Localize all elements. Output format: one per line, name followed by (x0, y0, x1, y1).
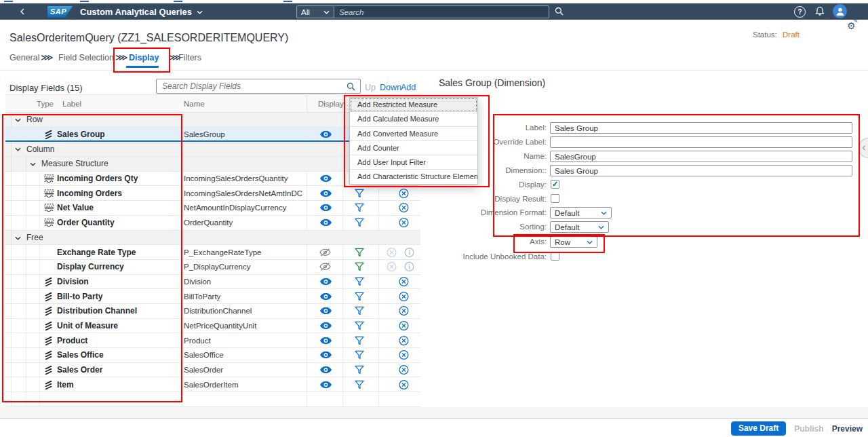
decline-icon[interactable] (399, 291, 409, 301)
filter-icon[interactable] (355, 218, 364, 227)
table-row[interactable]: Distribution Channel DistributionChannel (5, 304, 420, 319)
adapt-ui-gear-pencil-icon[interactable]: ⚙✎ (847, 20, 856, 31)
table-row[interactable]: Sales Office SalesOffice (5, 348, 420, 363)
table-row[interactable]: Bill-to Party BillToParty (5, 289, 420, 304)
move-down-link[interactable]: Down (380, 83, 401, 92)
dimension-icon (44, 291, 53, 301)
table-row[interactable]: Order Quantity OrderQuantity (5, 216, 420, 231)
avatar[interactable] (833, 4, 847, 18)
search-scope-select[interactable]: All (296, 5, 334, 18)
eye-icon[interactable] (320, 189, 332, 197)
eye-icon[interactable] (320, 219, 332, 227)
filter-icon[interactable] (355, 350, 364, 360)
menu-item-add-restricted-measure[interactable]: Add Restricted Measure (350, 98, 477, 112)
display-checkbox[interactable] (551, 180, 559, 189)
filter-icon[interactable] (355, 365, 364, 375)
table-row[interactable]: Unit of Measure NetPriceQuantityUnit (5, 319, 420, 334)
include-unbooked-checkbox[interactable] (551, 252, 559, 261)
preview-button[interactable]: Preview (832, 424, 863, 434)
search-icon[interactable] (555, 7, 564, 16)
app-root: SAP Custom Analytical Queries All ? Sale… (0, 0, 868, 437)
filter-icon[interactable] (355, 306, 364, 316)
axis-select[interactable]: Row (550, 236, 597, 248)
decline-icon[interactable] (399, 320, 409, 330)
menu-item-add-characteristic-structure-element[interactable]: Add Characteristic Structure Element (350, 170, 477, 183)
eye-icon[interactable] (320, 381, 332, 388)
help-icon[interactable]: ? (794, 6, 806, 18)
chevron-down-icon[interactable] (15, 236, 21, 240)
dimension-format-select[interactable]: Default (550, 207, 612, 218)
tab-general[interactable]: General (9, 53, 39, 62)
menu-item-add-counter[interactable]: Add Counter (350, 141, 477, 155)
eye-icon[interactable] (320, 292, 332, 300)
eye-icon[interactable] (320, 352, 332, 359)
add-menu-button[interactable]: Add (401, 83, 416, 92)
eye-icon[interactable] (320, 322, 332, 329)
decline-icon[interactable] (399, 379, 409, 390)
menu-item-add-user-input-filter[interactable]: Add User Input Filter (350, 155, 477, 170)
field-label: Display Currency (57, 262, 124, 271)
chevron-down-icon[interactable] (30, 162, 36, 166)
tab-filters[interactable]: Filters (178, 53, 201, 62)
display-result-checkbox[interactable] (551, 194, 559, 203)
table-row[interactable]: Item SalesOrderItem (5, 377, 420, 392)
filter-icon[interactable] (355, 380, 364, 390)
eye-icon[interactable] (320, 175, 332, 183)
table-row[interactable]: Display Currency P_DisplayCurrency (5, 260, 420, 275)
app-title-menu[interactable]: Custom Analytical Queries (80, 7, 203, 17)
eye-off-icon[interactable] (319, 248, 331, 256)
column-header-type: Type (37, 100, 54, 108)
filter-icon[interactable] (355, 248, 364, 257)
table-row[interactable]: Sales Order SalesOrder (5, 363, 420, 378)
sorting-select[interactable]: Default (550, 221, 609, 233)
decline-icon[interactable] (399, 306, 409, 316)
eye-icon[interactable] (320, 366, 332, 374)
eye-icon[interactable] (320, 278, 332, 285)
eye-off-icon[interactable] (319, 263, 331, 271)
search-icon[interactable] (347, 82, 355, 91)
decline-icon[interactable] (399, 276, 409, 286)
field-label: Incoming Orders Qty (57, 174, 138, 183)
save-draft-button[interactable]: Save Draft (731, 421, 786, 436)
decline-icon[interactable] (399, 350, 409, 360)
label-input[interactable] (550, 122, 852, 134)
filter-icon[interactable] (355, 189, 364, 198)
table-row[interactable]: Product Product (5, 333, 420, 348)
decline-icon[interactable] (399, 335, 409, 345)
table-row[interactable]: Incoming Orders IncomingSalesOrdersNetAm… (5, 186, 420, 201)
filter-icon[interactable] (355, 277, 364, 286)
table-row[interactable]: Division Division (5, 275, 420, 290)
chevron-down-icon[interactable] (15, 147, 21, 151)
tab-display[interactable]: Display (129, 53, 159, 62)
shell-search-input[interactable] (334, 5, 549, 18)
override-label-input[interactable] (550, 136, 852, 148)
move-up-link[interactable]: Up (365, 83, 376, 92)
panel-resize-handle[interactable] (859, 138, 868, 158)
back-icon[interactable] (19, 7, 26, 16)
tab-field-selection[interactable]: Field Selection (58, 53, 114, 62)
eye-icon[interactable] (320, 204, 332, 212)
field-label: Exchange Rate Type (57, 248, 136, 257)
filter-icon[interactable] (355, 321, 364, 330)
sap-logo[interactable]: SAP (47, 6, 73, 18)
decline-icon[interactable] (399, 365, 409, 375)
table-row[interactable]: Exchange Rate Type P_ExchangeRateType (5, 245, 420, 260)
table-row[interactable]: Net Value NetAmountInDisplayCurrency (5, 201, 420, 216)
filter-icon[interactable] (355, 292, 364, 301)
eye-icon[interactable] (320, 337, 332, 344)
menu-item-add-converted-measure[interactable]: Add Converted Measure (350, 127, 477, 141)
info-icon[interactable] (404, 262, 414, 272)
filter-icon[interactable] (355, 262, 364, 271)
dimension-input[interactable] (550, 165, 852, 176)
filter-icon[interactable] (355, 336, 364, 345)
chevron-down-icon[interactable] (15, 118, 21, 122)
name-input[interactable] (550, 151, 852, 162)
filter-icon[interactable] (355, 203, 364, 212)
eye-icon[interactable] (320, 130, 332, 138)
menu-item-add-calculated-measure[interactable]: Add Calculated Measure (350, 112, 477, 126)
group-row[interactable]: Free (5, 231, 420, 246)
bell-icon[interactable] (815, 6, 825, 16)
display-fields-search-input[interactable] (157, 79, 351, 93)
eye-icon[interactable] (320, 307, 332, 315)
field-label: Sales Office (57, 350, 104, 360)
